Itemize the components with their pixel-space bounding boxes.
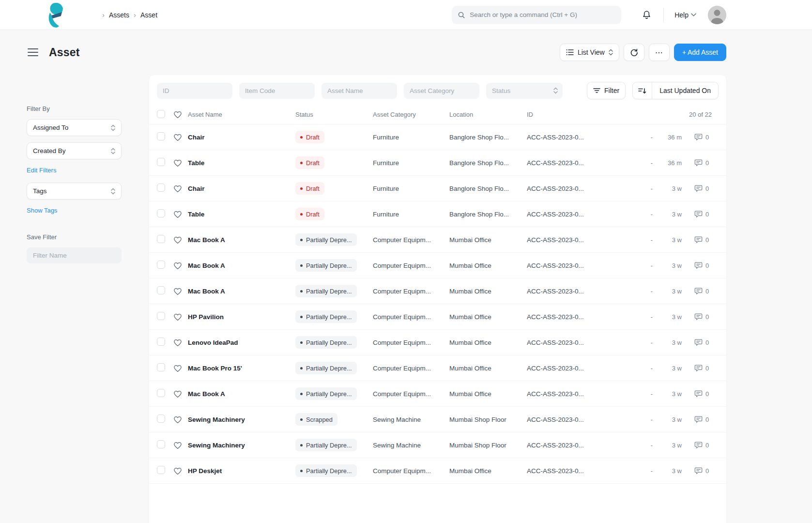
row-checkbox[interactable] (157, 440, 165, 448)
heart-icon[interactable] (173, 313, 182, 321)
asset-name-link[interactable]: HP Deskjet (188, 467, 295, 475)
edit-filters-link[interactable]: Edit Filters (27, 167, 56, 174)
row-checkbox[interactable] (157, 363, 165, 371)
show-tags-link[interactable]: Show Tags (27, 207, 57, 214)
row-checkbox[interactable] (157, 338, 165, 346)
status-filter-select[interactable]: Status (486, 83, 563, 99)
header-id[interactable]: ID (527, 111, 617, 118)
heart-icon[interactable] (173, 467, 182, 475)
asset-name-link[interactable]: Mac Book Pro 15' (188, 365, 295, 372)
select-all-checkbox[interactable] (157, 110, 165, 118)
heart-icon[interactable] (173, 441, 182, 449)
asset-name-filter-input[interactable] (322, 83, 397, 99)
user-avatar[interactable] (708, 6, 726, 24)
row-checkbox[interactable] (157, 312, 165, 320)
asset-category-filter-input[interactable] (404, 83, 479, 99)
view-switcher-button[interactable]: List View (560, 44, 619, 61)
sidebar-toggle-button[interactable] (28, 48, 38, 56)
breadcrumb-assets[interactable]: Assets (109, 11, 129, 19)
comment-count-button[interactable]: 0 (688, 133, 719, 141)
asset-name-link[interactable]: Table (188, 211, 295, 218)
heart-icon[interactable] (173, 287, 182, 295)
table-row[interactable]: Chair Draft Furniture Banglore Shop Flo.… (149, 124, 726, 150)
notifications-button[interactable] (642, 10, 652, 20)
comment-count-button[interactable]: 0 (688, 313, 719, 321)
tags-select[interactable]: Tags (27, 183, 122, 200)
asset-name-link[interactable]: Chair (188, 134, 295, 141)
row-checkbox[interactable] (157, 132, 165, 140)
row-checkbox[interactable] (157, 158, 165, 166)
comment-count-button[interactable]: 0 (688, 415, 719, 423)
record-count[interactable]: 20 of 22 (617, 111, 719, 118)
comment-count-button[interactable]: 0 (688, 338, 719, 346)
item-code-filter-input[interactable] (239, 83, 315, 99)
breadcrumb-asset[interactable]: Asset (140, 11, 157, 19)
comment-count-button[interactable]: 0 (688, 262, 719, 269)
table-row[interactable]: Lenovo IdeaPad Partially Depre... Comput… (149, 330, 726, 355)
row-checkbox[interactable] (157, 415, 165, 423)
comment-count-button[interactable]: 0 (688, 467, 719, 475)
filter-name-input[interactable] (27, 247, 122, 263)
asset-name-link[interactable]: Table (188, 159, 295, 167)
table-row[interactable]: Mac Book A Partially Depre... Computer E… (149, 381, 726, 407)
heart-icon[interactable] (173, 262, 182, 270)
heart-icon[interactable] (173, 390, 182, 398)
table-row[interactable]: Table Draft Furniture Banglore Shop Flo.… (149, 150, 726, 176)
heart-icon[interactable] (173, 185, 182, 193)
asset-name-link[interactable]: Sewing Machinery (188, 416, 295, 423)
heart-icon[interactable] (173, 236, 182, 244)
app-logo-icon[interactable] (46, 2, 65, 28)
heart-icon[interactable] (173, 110, 182, 119)
comment-count-button[interactable]: 0 (688, 236, 719, 244)
created-by-select[interactable]: Created By (27, 142, 122, 159)
row-checkbox[interactable] (157, 235, 165, 243)
more-options-button[interactable]: ⋯ (649, 44, 670, 61)
heart-icon[interactable] (173, 364, 182, 372)
asset-name-link[interactable]: Lenovo IdeaPad (188, 339, 295, 346)
row-checkbox[interactable] (157, 209, 165, 217)
header-asset-category[interactable]: Asset Category (373, 111, 449, 118)
sort-direction-button[interactable] (633, 82, 652, 99)
asset-name-link[interactable]: Mac Book A (188, 288, 295, 295)
row-checkbox[interactable] (157, 286, 165, 294)
comment-count-button[interactable]: 0 (688, 364, 719, 372)
global-search-input[interactable]: Search or type a command (Ctrl + G) (452, 6, 621, 24)
header-location[interactable]: Location (449, 111, 527, 118)
table-row[interactable]: Mac Book A Partially Depre... Computer E… (149, 278, 726, 304)
heart-icon[interactable] (173, 133, 182, 141)
heart-icon[interactable] (173, 210, 182, 218)
comment-count-button[interactable]: 0 (688, 210, 719, 218)
table-row[interactable]: Sewing Machinery Scrapped Sewing Machine… (149, 407, 726, 432)
asset-name-link[interactable]: Mac Book A (188, 236, 295, 244)
table-row[interactable]: Mac Book A Partially Depre... Computer E… (149, 253, 726, 278)
header-status[interactable]: Status (295, 111, 373, 118)
comment-count-button[interactable]: 0 (688, 185, 719, 192)
table-row[interactable]: HP Deskjet Partially Depre... Computer E… (149, 458, 726, 484)
help-menu[interactable]: Help (674, 11, 696, 19)
row-checkbox[interactable] (157, 389, 165, 397)
heart-icon[interactable] (173, 338, 182, 347)
row-checkbox[interactable] (157, 184, 165, 192)
refresh-button[interactable] (624, 44, 644, 61)
heart-icon[interactable] (173, 415, 182, 424)
asset-name-link[interactable]: Mac Book A (188, 390, 295, 398)
comment-count-button[interactable]: 0 (688, 441, 719, 449)
row-checkbox[interactable] (157, 466, 165, 474)
row-checkbox[interactable] (157, 261, 165, 269)
add-asset-button[interactable]: + Add Asset (674, 44, 726, 61)
comment-count-button[interactable]: 0 (688, 159, 719, 167)
table-row[interactable]: Mac Book A Partially Depre... Computer E… (149, 227, 726, 253)
heart-icon[interactable] (173, 159, 182, 167)
comment-count-button[interactable]: 0 (688, 287, 719, 295)
asset-name-link[interactable]: Sewing Machinery (188, 442, 295, 449)
table-row[interactable]: Sewing Machinery Partially Depre... Sewi… (149, 432, 726, 458)
filter-button[interactable]: Filter (587, 82, 626, 99)
table-row[interactable]: HP Pavilion Partially Depre... Computer … (149, 304, 726, 330)
asset-name-link[interactable]: Mac Book A (188, 262, 295, 269)
sort-field-button[interactable]: Last Updated On (652, 82, 718, 99)
comment-count-button[interactable]: 0 (688, 390, 719, 398)
header-asset-name[interactable]: Asset Name (188, 111, 295, 118)
asset-name-link[interactable]: HP Pavilion (188, 313, 295, 321)
table-row[interactable]: Table Draft Furniture Banglore Shop Flo.… (149, 201, 726, 227)
id-filter-input[interactable] (157, 83, 232, 99)
